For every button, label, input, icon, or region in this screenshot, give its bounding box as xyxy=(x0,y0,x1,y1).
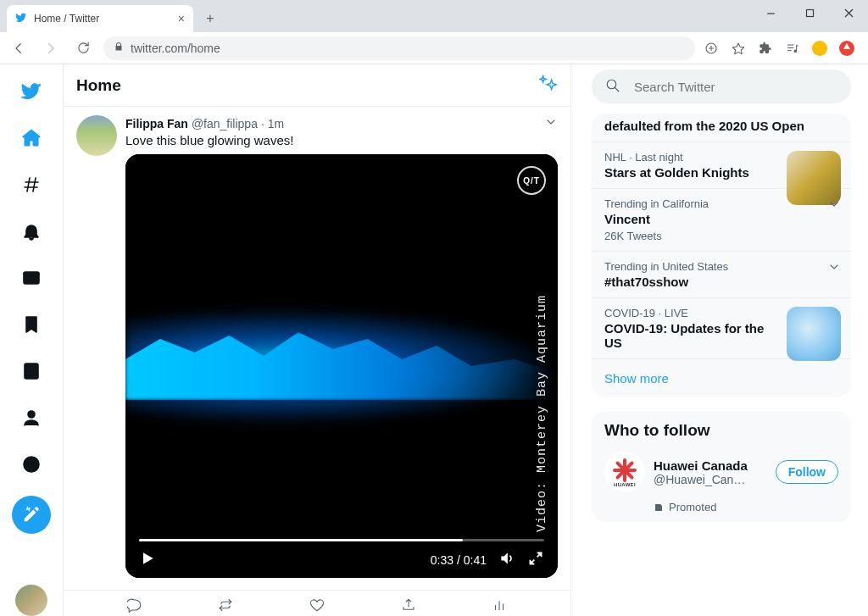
trend-item[interactable]: defaulted from the 2020 US Open xyxy=(592,114,851,142)
trend-item[interactable]: COVID-19 · LIVE COVID-19: Updates for th… xyxy=(592,298,851,359)
suggested-account-handle: @Huawei_Can… xyxy=(654,473,767,486)
chevron-down-icon[interactable] xyxy=(827,197,841,214)
huawei-logo-icon xyxy=(611,457,638,484)
nav-bookmarks-icon[interactable] xyxy=(12,306,51,344)
video-progress-track[interactable] xyxy=(139,539,544,541)
video-frame xyxy=(125,154,558,578)
who-to-follow-title: Who to follow xyxy=(592,411,851,443)
trend-title: defaulted from the 2020 US Open xyxy=(604,119,838,133)
page-title: Home xyxy=(76,76,121,95)
trend-title: #that70sshow xyxy=(604,275,838,289)
svg-line-33 xyxy=(615,87,619,92)
music-playlist-extension-icon[interactable] xyxy=(785,41,800,56)
trend-meta: Trending in California xyxy=(604,197,838,210)
add-page-icon[interactable] xyxy=(704,41,719,56)
trend-meta: Trending in United States xyxy=(604,260,838,273)
video-fullscreen-icon[interactable] xyxy=(527,550,544,569)
trends-show-more[interactable]: Show more xyxy=(592,359,851,397)
timeline-header: Home xyxy=(64,64,570,107)
tweet-author-handle[interactable]: @fan_filippa xyxy=(192,117,258,130)
lock-icon xyxy=(114,42,124,54)
browser-forward-button[interactable] xyxy=(39,36,63,60)
trend-meta: NHL · Last night xyxy=(604,151,778,164)
nav-home-icon[interactable] xyxy=(12,119,51,158)
promoted-arrow-icon xyxy=(654,502,664,513)
account-avatar[interactable] xyxy=(15,585,47,616)
tab-close-icon[interactable]: × xyxy=(178,12,185,25)
new-tab-button[interactable]: + xyxy=(198,7,222,31)
trend-sub: 26K Tweets xyxy=(604,230,838,242)
nav-more-icon[interactable] xyxy=(12,446,51,484)
address-bar[interactable]: twitter.com/home xyxy=(103,36,695,60)
twitter-favicon xyxy=(15,12,27,26)
trend-item[interactable]: Trending in California Vincent 26K Tweet… xyxy=(592,189,851,252)
window-minimize-button[interactable] xyxy=(751,0,790,25)
tweet-timestamp[interactable]: 1m xyxy=(268,117,284,130)
video-time-display: 0:33 / 0:41 xyxy=(431,553,487,567)
trend-item[interactable]: NHL · Last night Stars at Golden Knights xyxy=(592,142,851,189)
window-controls xyxy=(751,0,868,25)
video-source-badge: Q/T xyxy=(517,166,546,195)
video-volume-icon[interactable] xyxy=(498,550,515,569)
trend-title: Vincent xyxy=(604,212,838,226)
extension-icon-red[interactable] xyxy=(839,41,854,56)
svg-point-21 xyxy=(28,411,35,418)
search-box[interactable] xyxy=(592,69,851,103)
main-timeline: Home Filippa Fan @fan_filippa · 1m Love … xyxy=(63,64,571,616)
follow-button[interactable]: Follow xyxy=(776,460,838,484)
trend-title: COVID-19: Updates for the US xyxy=(604,321,778,350)
video-play-icon[interactable] xyxy=(139,550,156,569)
browser-reload-button[interactable] xyxy=(71,36,95,60)
browser-tab-active[interactable]: Home / Twitter × xyxy=(7,5,193,32)
svg-point-23 xyxy=(27,463,29,465)
svg-point-24 xyxy=(31,463,32,465)
compose-tweet-button[interactable] xyxy=(12,496,51,534)
nav-lists-icon[interactable] xyxy=(12,352,51,391)
left-nav xyxy=(0,64,63,616)
right-sidebar: defaulted from the 2020 US Open NHL · La… xyxy=(571,64,868,616)
nav-explore-icon[interactable] xyxy=(12,166,51,204)
tweet-video-player[interactable]: Q/T Video: Monterey Bay Aquarium 0:33 / … xyxy=(125,154,558,578)
video-progress-fill xyxy=(139,539,463,541)
tweet-author-avatar[interactable] xyxy=(76,115,117,156)
video-controls: 0:33 / 0:41 xyxy=(125,530,558,578)
browser-tab-title: Home / Twitter xyxy=(34,13,99,25)
tweet-like-icon[interactable] xyxy=(309,597,325,613)
tweet-retweet-icon[interactable] xyxy=(218,597,233,613)
suggested-account-avatar: HUAWEI xyxy=(604,452,645,492)
tweet-analytics-icon[interactable] xyxy=(492,597,507,613)
twitter-logo-icon[interactable] xyxy=(12,73,51,111)
extensions-puzzle-icon[interactable] xyxy=(758,41,773,56)
trend-item[interactable]: Trending in United States #that70sshow xyxy=(592,252,851,298)
svg-marker-7 xyxy=(732,43,743,54)
tweet-more-icon[interactable] xyxy=(544,115,558,131)
nav-profile-icon[interactable] xyxy=(12,399,51,437)
tweet-author-name[interactable]: Filippa Fan xyxy=(125,117,188,130)
extension-icon-yellow[interactable] xyxy=(812,41,827,56)
tweet-reply-icon[interactable] xyxy=(127,597,142,613)
nav-notifications-icon[interactable] xyxy=(12,213,51,251)
browser-tab-strip: Home / Twitter × + xyxy=(0,0,868,32)
browser-back-button[interactable] xyxy=(7,36,31,60)
bookmark-star-icon[interactable] xyxy=(731,41,746,56)
tweet-separator: · xyxy=(261,117,264,130)
tweet-header: Filippa Fan @fan_filippa · 1m xyxy=(125,115,558,131)
promoted-label: Promoted xyxy=(592,501,851,522)
suggested-account[interactable]: HUAWEI Huawei Canada @Huawei_Can… Follow xyxy=(592,443,851,501)
nav-messages-icon[interactable] xyxy=(12,259,51,297)
browser-toolbar: twitter.com/home xyxy=(0,32,868,64)
svg-line-15 xyxy=(33,178,36,191)
window-maximize-button[interactable] xyxy=(790,0,829,25)
address-url: twitter.com/home xyxy=(131,42,220,55)
window-close-button[interactable] xyxy=(829,0,868,25)
trends-card: defaulted from the 2020 US Open NHL · La… xyxy=(592,114,851,397)
chevron-down-icon[interactable] xyxy=(827,260,841,276)
tweet[interactable]: Filippa Fan @fan_filippa · 1m Love this … xyxy=(64,107,570,590)
tweet-share-icon[interactable] xyxy=(401,597,416,613)
browser-extension-icons xyxy=(704,41,861,56)
search-input[interactable] xyxy=(632,79,837,95)
svg-point-25 xyxy=(34,463,36,465)
top-tweets-sparkle-icon[interactable] xyxy=(539,74,558,97)
svg-rect-1 xyxy=(806,9,813,16)
tweet-text: Love this blue glowing waves! xyxy=(125,133,558,147)
